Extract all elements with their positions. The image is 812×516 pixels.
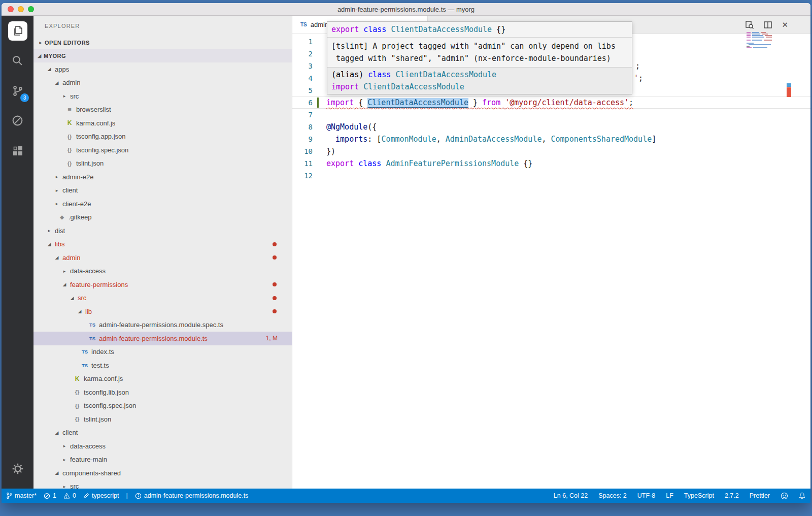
chevron-expanded-icon[interactable]: ◢ [45,242,53,247]
tree-folder-client[interactable]: ◢client [33,426,292,440]
tree-folder-lib[interactable]: ◢lib [33,305,292,318]
tree-file-tsconfig.app.json[interactable]: {}tsconfig.app.json [33,130,292,144]
split-editor-button[interactable] [763,20,772,29]
status-indentation[interactable]: Spaces: 2 [598,492,627,499]
tree-folder-admin[interactable]: ◢admin [33,251,292,265]
tree-item-label: admin [62,79,80,86]
window-controls [8,3,34,15]
activity-bar: 3 [2,16,33,489]
status-language[interactable]: TypeScript [684,492,714,499]
open-changes-button[interactable] [745,20,754,29]
chevron-collapsed-icon[interactable]: ▸ [53,188,61,193]
minimize-window-button[interactable] [18,6,24,12]
minimap-segment [762,34,768,35]
tree-file-admin-feature-permissions.module.ts[interactable]: TSadmin-feature-permissions.module.ts1, … [33,332,292,345]
tree-item-label: admin-e2e [62,173,93,181]
chevron-collapsed-icon[interactable]: ▸ [60,269,69,274]
status-branch[interactable]: master* [7,492,37,499]
tree-file-tsconfig.spec.json[interactable]: {}tsconfig.spec.json [33,399,292,413]
chevron-collapsed-icon[interactable]: ▸ [45,228,53,233]
tree-folder-admin[interactable]: ◢admin [33,76,292,90]
chevron-collapsed-icon[interactable]: ▸ [60,457,69,462]
tree-file-index.ts[interactable]: TSindex.ts [33,345,292,359]
chevron-expanded-icon[interactable]: ◢ [53,430,61,435]
status-encoding[interactable]: UTF-8 [637,492,655,499]
tree-folder-dist[interactable]: ▸dist [33,224,292,238]
settings-button[interactable] [2,454,33,483]
chevron-collapsed-icon[interactable]: ▸ [60,443,69,448]
chevron-expanded-icon[interactable]: ◢ [53,80,61,85]
tree-file-tslint.json[interactable]: {}tslint.json [33,412,292,426]
tree-folder-src[interactable]: ◢src [33,292,292,305]
chevron-collapsed-icon[interactable]: ▸ [53,201,61,206]
gutter [313,60,326,72]
status-eol[interactable]: LF [666,492,673,499]
debug-activity-button[interactable] [2,106,33,136]
tree-folder-client-e2e[interactable]: ▸client-e2e [33,197,292,211]
tree-file-test.ts[interactable]: TStest.ts [33,359,292,372]
zoom-window-button[interactable] [28,6,34,12]
chevron-expanded-icon[interactable]: ◢ [76,309,84,314]
debug-icon [11,114,24,127]
tree-folder-admin-e2e[interactable]: ▸admin-e2e [33,170,292,184]
tree-file-tslint.json[interactable]: {}tslint.json [33,157,292,171]
tree-file-admin-feature-permissions.module.spec.ts[interactable]: TSadmin-feature-permissions.module.spec.… [33,318,292,332]
chevron-expanded-icon[interactable]: ◢ [68,296,76,301]
status-ts-version[interactable]: 2.7.2 [725,492,739,499]
tree-folder-client[interactable]: ▸client [33,184,292,198]
status-cursor-position[interactable]: Ln 6, Col 22 [554,492,588,499]
symbol-link[interactable]: ClientDataAccessModule [367,98,468,107]
tree-file-tsconfig.spec.json[interactable]: {}tsconfig.spec.json [33,143,292,157]
status-warnings[interactable]: 0 [63,492,76,499]
explorer-activity-button[interactable] [2,16,33,46]
code-token: : [ [367,135,381,144]
tree-file-karma.conf.js[interactable]: Kkarma.conf.js [33,372,292,386]
status-feedback[interactable] [781,492,788,500]
chevron-collapsed-icon[interactable]: ▸ [60,484,69,489]
chevron-expanded-icon[interactable]: ◢ [60,282,69,287]
branch-icon [7,492,12,499]
tree-folder-components-shared[interactable]: ◢components-shared [33,466,292,480]
chevron-expanded-icon[interactable]: ◢ [53,470,61,475]
tree-folder-src[interactable]: ▸src [33,480,292,489]
workspace-root-section[interactable]: ◢ MYORG [33,49,292,62]
status-active-file[interactable]: admin-feature-permissions.module.ts [135,492,249,499]
minimap[interactable] [747,32,779,49]
code-line-10: 10}) [292,145,810,157]
chevron-collapsed-icon[interactable]: ▸ [53,174,61,179]
tree-folder-src[interactable]: ▸src [33,89,292,103]
open-editors-section[interactable]: ▸ OPEN EDITORS [33,36,292,49]
search-activity-button[interactable] [2,46,33,76]
gitkeep-file-icon: ◆ [57,214,67,220]
close-window-button[interactable] [8,6,14,12]
tree-folder-libs[interactable]: ◢libs [33,238,292,251]
close-editor-button[interactable]: ✕ [782,20,788,29]
chevron-expanded-icon[interactable]: ◢ [45,67,53,72]
tree-file-karma.conf.js[interactable]: Kkarma.conf.js [33,116,292,130]
code-editor[interactable]: 123;4';56import { ClientDataAccessModule… [292,34,810,489]
code-token: { [354,98,367,107]
tree-file-.gitkeep[interactable]: ◆.gitkeep [33,211,292,224]
chevron-collapsed-icon[interactable]: ▸ [60,93,69,99]
source-control-activity-button[interactable]: 3 [2,76,33,106]
tree-folder-data-access[interactable]: ▸data-access [33,265,292,278]
tree-folder-feature-permissions[interactable]: ◢feature-permissions [33,278,292,292]
tree-folder-data-access[interactable]: ▸data-access [33,439,292,453]
code-line-7: 7 [292,109,810,121]
tree-item-label: tsconfig.app.json [76,133,126,140]
gutter [313,48,326,60]
status-notifications[interactable] [799,492,805,499]
tree-file-browserslist[interactable]: ≡browserslist [33,103,292,117]
status-formatter[interactable]: Prettier [750,492,770,499]
line-content: import { ClientDataAccessModule } from '… [326,96,810,109]
status-errors[interactable]: 1 [44,492,56,499]
tree-file-tsconfig.lib.json[interactable]: {}tsconfig.lib.json [33,385,292,399]
line-content [326,170,810,182]
tree-folder-apps[interactable]: ◢apps [33,62,292,76]
status-linter[interactable]: typescript [83,492,119,499]
tree-folder-feature-main[interactable]: ▸feature-main [33,453,292,467]
vscode-window: admin-feature-permissions.module.ts — my… [2,3,810,503]
extensions-activity-button[interactable] [2,136,33,166]
chevron-expanded-icon[interactable]: ◢ [53,255,61,260]
typescript-file-icon: TS [300,22,307,27]
